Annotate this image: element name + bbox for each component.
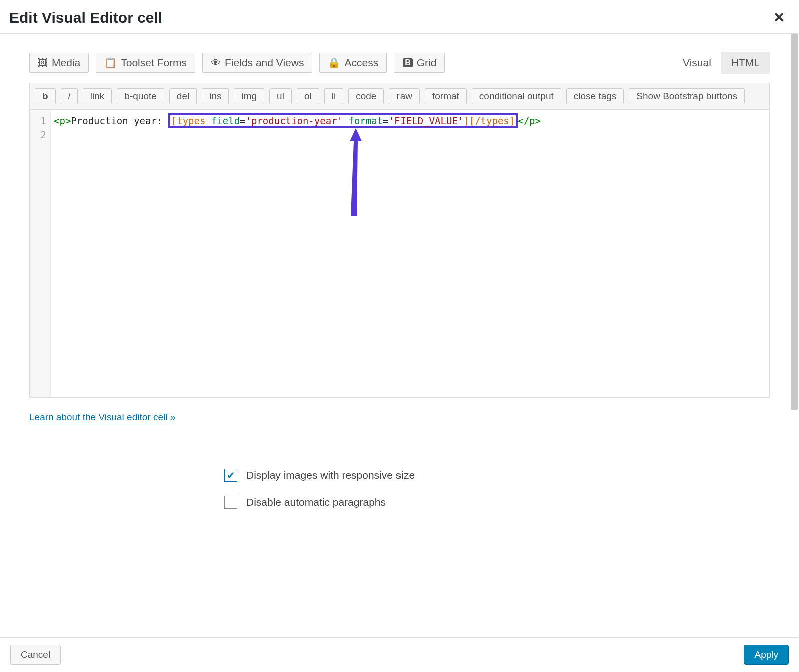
tag-close: </p>: [518, 115, 541, 126]
eye-icon: 👁: [211, 57, 221, 69]
close-icon[interactable]: ✕: [773, 11, 785, 25]
ql-italic[interactable]: i: [61, 88, 78, 104]
scrollbar-thumb[interactable]: [791, 34, 798, 410]
tag-open: <p>: [54, 115, 71, 126]
ql-bootstrap[interactable]: Show Bootstrap buttons: [629, 88, 745, 104]
fields-views-button[interactable]: 👁 Fields and Views: [202, 53, 312, 73]
ql-ul[interactable]: ul: [269, 88, 292, 104]
fields-label: Fields and Views: [225, 57, 304, 69]
ql-raw[interactable]: raw: [389, 88, 420, 104]
tab-visual[interactable]: Visual: [673, 52, 721, 74]
access-button[interactable]: 🔒 Access: [319, 53, 387, 73]
val: 'FIELD_VALUE': [389, 115, 464, 126]
code-editor[interactable]: 1 2 <p>Production year: [types field='pr…: [29, 110, 770, 398]
opt-label: Display images with responsive size: [246, 469, 415, 481]
ql-li[interactable]: li: [324, 88, 343, 104]
insert-toolbar: 🖼 Media 📋 Toolset Forms 👁 Fields and Vie…: [29, 52, 770, 74]
ql-conditional[interactable]: conditional output: [472, 88, 561, 104]
cancel-button[interactable]: Cancel: [10, 645, 61, 665]
opt-label: Disable automatic paragraphs: [246, 496, 386, 508]
ql-format[interactable]: format: [425, 88, 467, 104]
code-content[interactable]: <p>Production year: [types field='produc…: [51, 110, 769, 397]
quicktags-toolbar: b i link b-quote del ins img ul ol li co…: [29, 83, 770, 110]
scrollbar[interactable]: [791, 34, 798, 672]
ql-bold[interactable]: b: [35, 88, 56, 104]
bootstrap-icon: B: [403, 58, 413, 67]
options: ✔ Display images with responsive size Di…: [224, 469, 575, 509]
grid-button[interactable]: B Grid: [394, 53, 445, 73]
eq: =: [240, 115, 245, 126]
eq: =: [383, 115, 388, 126]
forms-button[interactable]: 📋 Toolset Forms: [96, 53, 195, 73]
clipboard-icon: 📋: [104, 57, 117, 69]
opt-responsive[interactable]: ✔ Display images with responsive size: [224, 469, 575, 482]
ql-code[interactable]: code: [348, 88, 384, 104]
checkbox-checked-icon[interactable]: ✔: [224, 469, 237, 482]
annotation-arrow-icon: [341, 122, 371, 222]
learn-link[interactable]: Learn about the Visual editor cell »: [29, 412, 175, 423]
val: 'production-year': [246, 115, 343, 126]
sc-close: ][/types]: [463, 115, 515, 126]
access-label: Access: [344, 57, 378, 69]
line-gutter: 1 2: [30, 110, 51, 397]
forms-label: Toolset Forms: [121, 57, 187, 69]
ql-del[interactable]: del: [169, 88, 197, 104]
ql-close-tags[interactable]: close tags: [566, 88, 624, 104]
checkbox-unchecked-icon[interactable]: [224, 496, 237, 509]
ql-ol[interactable]: ol: [297, 88, 319, 104]
tab-html[interactable]: HTML: [721, 52, 770, 74]
ql-img[interactable]: img: [234, 88, 264, 104]
media-label: Media: [52, 57, 80, 69]
editor-tabs: Visual HTML: [673, 52, 770, 74]
image-icon: 🖼: [38, 57, 48, 69]
lock-icon: 🔒: [328, 57, 340, 69]
line-num: 2: [30, 128, 46, 142]
ql-bquote[interactable]: b-quote: [117, 88, 164, 104]
shortcode-highlight: [types field='production-year' format='F…: [168, 113, 518, 128]
text: Production year:: [71, 115, 168, 126]
apply-button[interactable]: Apply: [744, 645, 789, 665]
media-button[interactable]: 🖼 Media: [29, 53, 89, 73]
line-num: 1: [30, 114, 46, 128]
dialog-footer: Cancel Apply: [0, 637, 799, 672]
sc-open: [types: [171, 115, 211, 126]
grid-label: Grid: [417, 57, 437, 69]
attr: field: [211, 115, 240, 126]
ql-ins[interactable]: ins: [202, 88, 229, 104]
ql-link[interactable]: link: [83, 88, 112, 104]
attr: format: [348, 115, 383, 126]
dialog-title: Edit Visual Editor cell: [9, 9, 162, 26]
opt-disable-p[interactable]: Disable automatic paragraphs: [224, 496, 575, 509]
